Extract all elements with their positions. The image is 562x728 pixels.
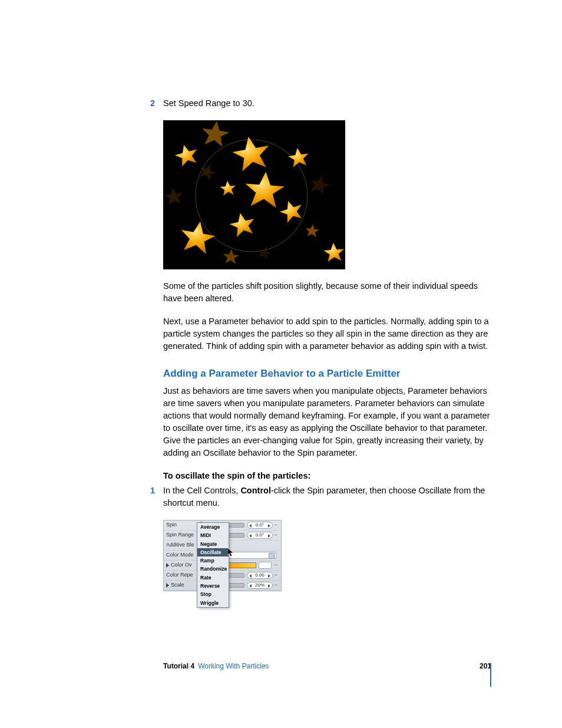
context-menu-item[interactable]: Reverse <box>197 582 229 590</box>
param-label: Spin Range <box>166 531 194 539</box>
paragraph-2: Next, use a Parameter behavior to add sp… <box>163 315 491 353</box>
context-menu-item[interactable]: Negate <box>197 540 229 548</box>
param-label: Spin <box>166 521 194 529</box>
heading-parameter-behavior: Adding a Parameter Behavior to a Particl… <box>163 367 491 381</box>
context-menu-item[interactable]: Rate <box>197 574 229 582</box>
footer-chapter-link[interactable]: Working With Particles <box>198 661 269 671</box>
procedure-title: To oscillate the spin of the particles: <box>163 470 491 482</box>
page-footer: Tutorial 4 Working With Particles 201 <box>163 661 491 671</box>
step-text: Set Speed Range to 30. <box>163 98 254 108</box>
param-value[interactable]: 0.0° <box>247 532 273 539</box>
param-label: Color Repe <box>166 571 194 579</box>
footer-divider <box>490 663 491 687</box>
paragraph-1: Some of the particles shift position sli… <box>163 280 491 305</box>
disclosure-triangle-icon[interactable] <box>166 563 169 568</box>
param-menu-icon[interactable]: – <box>273 521 279 529</box>
cell-controls-panel: Spin 0.0° – Spin Range 0.0° – Additive B… <box>163 520 282 591</box>
disclosure-triangle-icon[interactable] <box>166 583 169 588</box>
param-value[interactable]: 0.0° <box>247 522 273 529</box>
step-text: In the Cell Controls, Control-click the … <box>163 486 485 508</box>
context-menu-item[interactable]: Average <box>197 523 229 531</box>
page-content: 2 Set Speed Range to 30. <box>0 0 562 591</box>
param-label: Color Mode <box>166 551 194 559</box>
param-menu-icon[interactable]: – <box>273 571 279 579</box>
step-number: 1 <box>150 485 155 497</box>
parameter-behavior-context-menu: Average MIDI Negate Oscillate Ramp Rando… <box>197 522 229 608</box>
param-menu-icon[interactable]: – <box>273 531 279 539</box>
context-menu-item[interactable]: MIDI <box>197 531 229 539</box>
param-value[interactable]: 20% <box>247 582 273 589</box>
step-2: 2 Set Speed Range to 30. <box>163 97 491 110</box>
param-label: Color Ov <box>166 561 194 569</box>
footer-tutorial-label: Tutorial 4 <box>163 661 194 671</box>
paragraph-3: Just as behaviors are time savers when y… <box>163 385 491 459</box>
figure-cell-controls: Spin 0.0° – Spin Range 0.0° – Additive B… <box>163 520 282 591</box>
param-menu-icon[interactable]: – <box>273 561 279 569</box>
context-menu-item[interactable]: Ramp <box>197 556 229 565</box>
param-menu-icon[interactable]: – <box>273 581 279 589</box>
page-number: 201 <box>480 661 491 671</box>
param-label: Additive Ble <box>166 541 194 549</box>
context-menu-item-selected[interactable]: Oscillate <box>197 548 229 556</box>
param-value[interactable]: 0.00 <box>247 572 273 579</box>
cursor-icon <box>227 548 234 557</box>
context-menu-item[interactable]: Randomize <box>197 565 229 573</box>
step-1: 1 In the Cell Controls, Control-click th… <box>163 485 491 509</box>
param-label: Scale <box>166 581 194 589</box>
figure-particles-preview <box>163 120 345 269</box>
svg-marker-2 <box>227 548 233 556</box>
context-menu-item[interactable]: Wriggle <box>197 599 229 607</box>
step-number: 2 <box>150 97 155 110</box>
context-menu-item[interactable]: Stop <box>197 590 229 598</box>
gradient-edit-icon[interactable] <box>259 562 272 569</box>
